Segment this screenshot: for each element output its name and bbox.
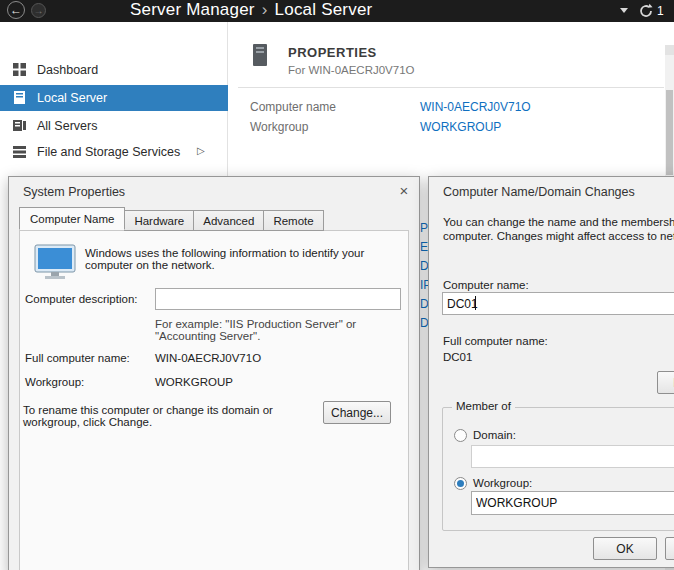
app-title: Server Manager	[130, 0, 255, 19]
breadcrumb: Server Manager›Local Server	[130, 0, 372, 20]
system-properties-dialog: System Properties × Computer NameHardwar…	[8, 176, 420, 570]
close-icon[interactable]: ×	[393, 181, 415, 201]
domain-input[interactable]	[471, 445, 674, 468]
example-text: For example: "IIS Production Server" or …	[155, 318, 367, 342]
dashboard-icon	[13, 63, 26, 79]
rename-hint-text: To rename this computer or change its do…	[23, 404, 275, 428]
breadcrumb-separator: ›	[262, 0, 268, 19]
properties-tile-icon	[252, 44, 268, 72]
member-of-label: Member of	[452, 400, 515, 412]
sidebar-item-label: File and Storage Services	[37, 145, 180, 159]
scroll-up-button[interactable]	[665, 45, 674, 55]
server-manager-window: ← → Server Manager›Local Server 1 Dashbo…	[0, 0, 674, 570]
computer-name-domain-changes-dialog: Computer Name/Domain Changes You can cha…	[428, 176, 674, 568]
change-button[interactable]: Change...	[323, 401, 391, 424]
intro-text-line1: You can change the name and the membersh…	[443, 216, 674, 228]
intro-text: Windows uses the following information t…	[85, 247, 403, 271]
monitor-icon	[33, 243, 77, 285]
tab-hardware[interactable]: Hardware	[124, 210, 194, 231]
computer-name-link[interactable]: WIN-0AECRJ0V71O	[420, 100, 531, 114]
full-computer-name-label: Full computer name:	[25, 352, 130, 364]
dialog-title: Computer Name/Domain Changes	[443, 185, 635, 199]
page-title: Local Server	[275, 0, 373, 19]
sidebar-item-label: Local Server	[37, 91, 107, 105]
intro-text-line2: computer. Changes might affect access to…	[443, 230, 674, 242]
properties-panel-title: PROPERTIES	[288, 45, 377, 60]
workgroup-input[interactable]	[471, 491, 674, 515]
chevron-down-icon[interactable]	[620, 8, 628, 13]
sidebar-item-label: Dashboard	[37, 63, 98, 77]
workgroup-value: WORKGROUP	[155, 376, 233, 388]
properties-panel-subtitle: For WIN-0AECRJ0V71O	[288, 64, 415, 76]
expand-arrow-icon[interactable]: ▷	[197, 145, 205, 156]
sidebar-item-label: All Servers	[37, 119, 97, 133]
dialog-title: System Properties	[23, 185, 125, 199]
workgroup-link[interactable]: WORKGROUP	[420, 120, 501, 134]
title-bar: ← → Server Manager›Local Server 1	[0, 0, 674, 22]
sidebar-item-all-servers[interactable]: All Servers	[0, 113, 228, 139]
sidebar-item-local-server[interactable]: Local Server	[0, 85, 228, 111]
workgroup-radio-label: Workgroup:	[473, 477, 532, 489]
computer-name-input[interactable]	[442, 292, 674, 315]
tab-advanced[interactable]: Advanced	[193, 210, 264, 231]
sidebar-item-file-storage-services[interactable]: File and Storage Services ▷	[0, 139, 228, 165]
full-computer-name-value: DC01	[443, 351, 472, 363]
computer-name-label: Computer name:	[443, 279, 529, 291]
forward-button[interactable]: →	[31, 3, 46, 18]
computer-description-input[interactable]	[155, 288, 401, 310]
tab-computer-name[interactable]: Computer Name	[19, 207, 125, 230]
back-button[interactable]: ←	[7, 1, 25, 19]
forward-arrow-icon: →	[34, 5, 44, 16]
storage-icon	[13, 145, 26, 161]
domain-radio-label: Domain:	[473, 429, 516, 441]
text-caret	[475, 296, 476, 310]
computer-description-label: Computer description:	[25, 293, 138, 305]
scrollbar-thumb[interactable]	[666, 90, 673, 175]
workgroup-radio[interactable]	[454, 477, 467, 490]
server-icon	[13, 91, 26, 107]
computer-name-label: Computer name	[250, 100, 336, 114]
divider	[238, 87, 664, 88]
tab-strip: Computer NameHardwareAdvancedRemote	[19, 207, 323, 231]
full-computer-name-value: WIN-0AECRJ0V71O	[155, 352, 261, 364]
cancel-button[interactable]: Cancel	[665, 537, 674, 560]
refresh-icon[interactable]	[638, 3, 654, 23]
back-arrow-icon: ←	[10, 3, 22, 17]
full-computer-name-label: Full computer name:	[443, 335, 548, 347]
notification-count[interactable]: 1	[657, 4, 664, 18]
computer-name-tab-panel	[19, 230, 409, 570]
workgroup-label: Workgroup:	[25, 376, 84, 388]
sidebar-item-dashboard[interactable]: Dashboard	[0, 57, 228, 83]
more-button[interactable]: More...	[657, 371, 674, 394]
servers-icon	[13, 119, 26, 135]
ok-button[interactable]: OK	[593, 537, 657, 560]
tab-remote[interactable]: Remote	[263, 210, 323, 231]
workgroup-label: Workgroup	[250, 120, 308, 134]
domain-radio[interactable]	[454, 429, 467, 442]
